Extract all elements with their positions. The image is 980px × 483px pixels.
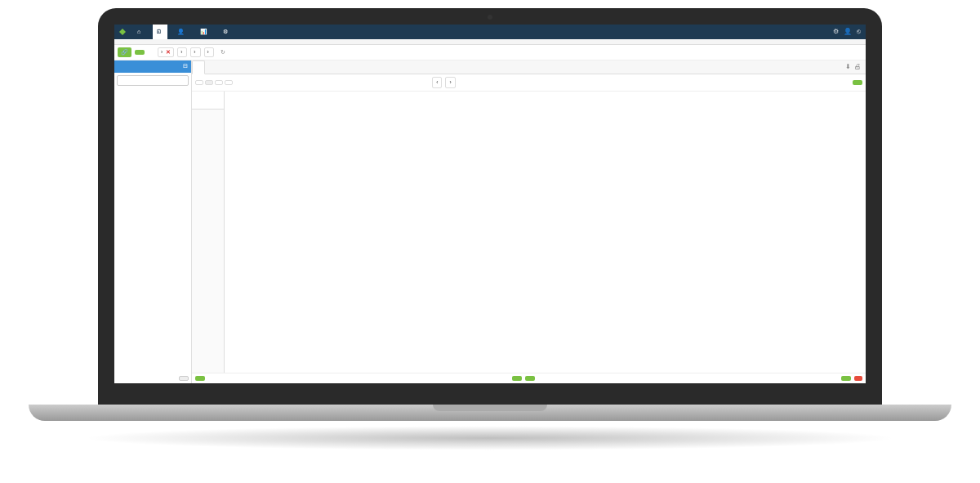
prev-week-button[interactable]: ‹ <box>432 77 442 88</box>
publish-button[interactable] <box>853 80 862 85</box>
delete-shifts-button[interactable] <box>854 376 862 381</box>
copy-from-prev-week-button[interactable] <box>195 376 205 381</box>
filter-reset-icon[interactable]: ↻ <box>220 49 225 56</box>
tab-liste[interactable] <box>229 60 242 74</box>
sidebar-search <box>114 73 191 88</box>
nav-mitarbeiter[interactable]: 👤 <box>174 25 190 39</box>
logout-icon[interactable]: ⎋ <box>857 28 861 36</box>
time-column <box>192 92 225 373</box>
copy-to-next-week-button[interactable] <box>841 376 851 381</box>
tab-kalender[interactable] <box>192 60 205 74</box>
download-icon[interactable]: ⬇ <box>845 63 851 71</box>
view-tag-button[interactable] <box>195 80 203 85</box>
footer-actions <box>192 373 866 383</box>
print-icon[interactable]: 🖨 <box>854 63 861 71</box>
breadcrumb <box>114 39 866 45</box>
load-template-button[interactable] <box>525 376 535 381</box>
clear-filter-icon[interactable]: ✕ <box>166 49 171 56</box>
tab-schichtgruppe[interactable] <box>242 60 254 74</box>
nav-start[interactable]: ⌂ <box>134 25 146 39</box>
filter-mitarbeiter[interactable]: › <box>190 47 200 57</box>
next-week-button[interactable]: › <box>445 77 455 88</box>
new-shift-button[interactable] <box>135 50 145 55</box>
nav-auswertungen[interactable]: 📊 <box>197 25 213 39</box>
filter-schichtstatus[interactable]: › <box>204 47 214 57</box>
tab-arbeitsbereich[interactable] <box>205 60 217 74</box>
heute-button[interactable] <box>225 80 233 85</box>
collapse-icon[interactable]: ⊟ <box>183 63 188 69</box>
laptop-shadow <box>82 426 898 450</box>
sidebar-reset-button[interactable] <box>179 376 189 381</box>
employee-search-input[interactable] <box>117 75 189 86</box>
view-monat-button[interactable] <box>215 80 223 85</box>
save-template-button[interactable] <box>512 376 522 381</box>
tab-mitarbeiter[interactable] <box>217 60 229 74</box>
quick-assign-button[interactable]: 🔗 <box>118 47 131 57</box>
user-icon[interactable]: 👤 <box>844 28 852 36</box>
topbar-right-icons[interactable]: ⚙ 👤 ⎋ <box>833 28 861 36</box>
calendar-grid <box>192 92 866 373</box>
laptop-base <box>29 405 951 421</box>
view-woche-button[interactable] <box>205 80 213 85</box>
calendar-controls: ‹ › <box>192 74 866 92</box>
brand-logo <box>119 29 127 35</box>
nav-zeitplan[interactable]: 🗓 <box>153 25 167 39</box>
top-navbar: ⌂ 🗓 👤 📊 ⚙ ⚙ 👤 ⎋ <box>114 25 866 39</box>
svg-marker-0 <box>119 29 126 35</box>
sidebar-header: ⊟ <box>114 60 191 72</box>
gear-icon[interactable]: ⚙ <box>833 28 839 36</box>
nav-einstellungen[interactable]: ⚙ <box>220 25 234 39</box>
filter-bar: 🔗 › ✕ › › › ↻ <box>114 45 866 60</box>
sidebar-quickassign: ⊟ <box>114 60 192 383</box>
filter-schichtgruppen[interactable]: › <box>177 47 187 57</box>
view-tabs: ⬇ 🖨 <box>192 60 866 74</box>
tages-infos-label <box>192 92 224 110</box>
filter-arbeitsbereiche[interactable]: › ✕ <box>158 47 174 57</box>
